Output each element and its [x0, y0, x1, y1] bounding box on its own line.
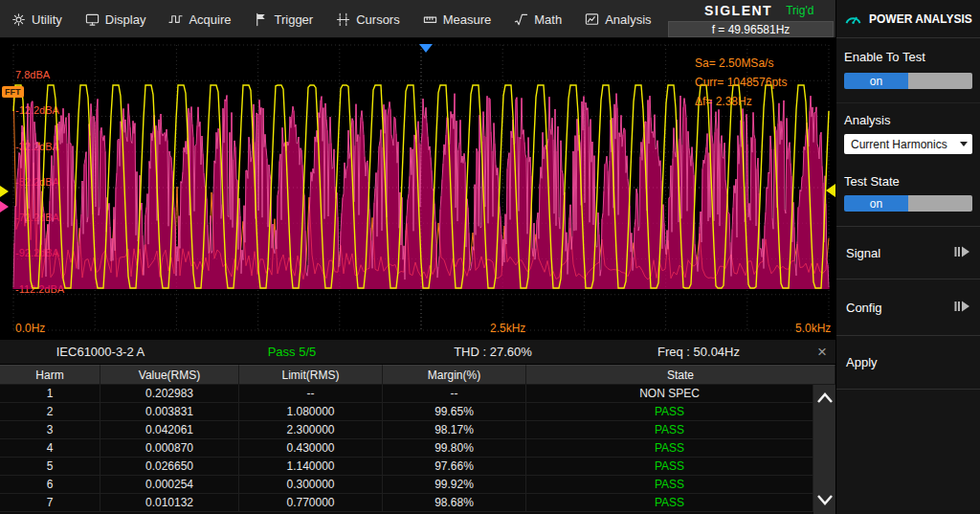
menu-item-label: Display [105, 12, 146, 27]
menu-item-display[interactable]: Display [74, 0, 158, 38]
panel-header: POWER ANALYSIS [836, 0, 980, 38]
menu-item-label: Utility [32, 12, 62, 27]
menu-item-measure[interactable]: Measure [412, 0, 503, 38]
trigger-icon [254, 12, 268, 27]
limit-cell: 0.430000 [239, 439, 383, 458]
measure-icon [423, 12, 437, 27]
trigger-status: Trig'd [786, 4, 813, 17]
menu-item-label: Math [534, 12, 562, 27]
axis-label-2-5khz: 2.5kHz [490, 322, 525, 335]
state-cell: PASS [526, 403, 813, 421]
state-cell: PASS [526, 421, 813, 439]
harm-cell: 5 [0, 458, 100, 476]
analysis-dropdown[interactable]: Current Harmonics [844, 134, 972, 154]
cursors-icon [336, 12, 350, 27]
math-icon [514, 12, 528, 27]
margin-cell: 98.17% [383, 421, 526, 439]
menu-item-utility[interactable]: Utility [0, 0, 74, 38]
limit-cell: 2.300000 [239, 421, 383, 439]
test-state-toggle[interactable]: on [844, 195, 972, 212]
toggle-off-segment [908, 195, 972, 212]
menu-item-analysis[interactable]: Analysis [573, 0, 662, 38]
toggle-on-segment: on [844, 73, 908, 89]
table-row: 60.0002540.30000099.92%PASS [0, 476, 835, 494]
display-icon [85, 12, 100, 27]
column-header-limit: Limit(RMS) [239, 365, 383, 385]
margin-cell: 98.68% [383, 494, 526, 512]
fft-badge: FFT [2, 86, 24, 98]
apply-label: Apply [846, 355, 878, 369]
enable-to-test-section: Enable To Test on [836, 38, 980, 103]
channel-marker-yellow [0, 186, 9, 197]
close-icon[interactable]: × [794, 344, 835, 360]
axis-label-0hz: 0.0Hz [15, 322, 45, 335]
table-row: 40.0008700.43000099.80%PASS [0, 439, 835, 458]
table-row: 20.0038311.08000099.65%PASS [0, 403, 835, 421]
harm-cell: 4 [0, 439, 100, 458]
state-cell: PASS [526, 458, 813, 476]
menu-item-label: Acquire [189, 12, 231, 27]
panel-title: POWER ANALYSIS [869, 12, 972, 26]
value-cell: 0.202983 [100, 385, 239, 403]
dba-scale-label: 7.8dBA [15, 69, 51, 80]
menu-item-trigger[interactable]: Trigger [242, 0, 324, 38]
table-scrollbar[interactable] [813, 385, 835, 514]
margin-cell: 97.66% [383, 458, 526, 476]
table-body: 10.202983----NON SPEC20.0038311.08000099… [0, 385, 835, 512]
chevron-down-icon [960, 142, 968, 146]
menu-item-acquire[interactable]: Acquire [157, 0, 242, 38]
analysis-dropdown-value: Current Harmonics [851, 138, 947, 151]
scroll-down-icon[interactable] [813, 490, 835, 509]
limit-cell: -- [239, 385, 383, 403]
frequency-counter-readout: f = 49.96581Hz [668, 21, 834, 37]
state-cell: NON SPEC [526, 385, 813, 403]
value-cell: 0.010132 [100, 494, 239, 512]
enable-to-test-toggle[interactable]: on [844, 73, 972, 89]
margin-cell: -- [383, 385, 526, 403]
test-state-section: Test State on [836, 163, 980, 227]
column-header-margin: Margin(%) [383, 365, 526, 385]
table-row: 70.0101320.77000098.68%PASS [0, 494, 835, 512]
toggle-off-segment [908, 73, 972, 89]
state-cell: PASS [526, 439, 813, 458]
channel-marker-pink [0, 201, 9, 212]
pass-count: Pass 5/5 [201, 345, 383, 359]
standard-name: IEC61000-3-2 A [0, 345, 201, 359]
menu-item-label: Trigger [274, 12, 313, 27]
table-header-row: HarmValue(RMS)Limit(RMS)Margin(%)State [0, 365, 835, 385]
margin-cell: 99.65% [383, 403, 526, 421]
limit-cell: 1.140000 [239, 458, 383, 476]
menu-item-label: Cursors [356, 12, 400, 27]
table-row: 50.0266501.14000097.66%PASS [0, 458, 835, 476]
top-menu-bar: UtilityDisplayAcquireTriggerCursorsMeasu… [0, 0, 835, 38]
value-cell: 0.000870 [100, 439, 239, 458]
acquire-icon [168, 12, 183, 27]
config-button[interactable]: Config [836, 279, 980, 336]
analysis-icon [585, 12, 599, 27]
signal-label: Signal [846, 246, 880, 260]
table-row: 10.202983----NON SPEC [0, 385, 835, 403]
apply-button[interactable]: Apply [836, 336, 980, 390]
acquisition-info: Sa= 2.50MSa/s Curr= 1048576pts Δf= 2.38H… [695, 54, 787, 111]
limit-cell: 1.080000 [239, 403, 383, 421]
table-row: 30.0420612.30000098.17%PASS [0, 421, 835, 439]
value-cell: 0.042061 [100, 421, 239, 439]
trigger-position-marker[interactable] [419, 44, 433, 53]
fundamental-freq-readout: Freq : 50.04Hz [603, 345, 794, 359]
results-title-row: IEC61000-3-2 A Pass 5/5 THD : 27.60% Fre… [0, 340, 835, 365]
column-header-harm: Harm [0, 365, 100, 385]
config-label: Config [846, 301, 882, 315]
state-cell: PASS [526, 476, 813, 494]
waveform-display: 7.8dBA-12.2dBA-32.2dBA-52.2dBA-72.2dBA-9… [0, 38, 835, 340]
harm-cell: 2 [0, 403, 100, 421]
value-cell: 0.026650 [100, 458, 239, 476]
menu-item-math[interactable]: Math [502, 0, 573, 38]
enable-to-test-label: Enable To Test [844, 50, 972, 64]
scroll-up-icon[interactable] [813, 389, 835, 408]
trigger-level-marker[interactable] [826, 184, 835, 197]
state-cell: PASS [526, 494, 813, 512]
more-icon [954, 301, 970, 315]
axis-label-5khz: 5.0kHz [795, 322, 831, 335]
signal-button[interactable]: Signal [836, 227, 980, 279]
menu-item-cursors[interactable]: Cursors [324, 0, 412, 38]
